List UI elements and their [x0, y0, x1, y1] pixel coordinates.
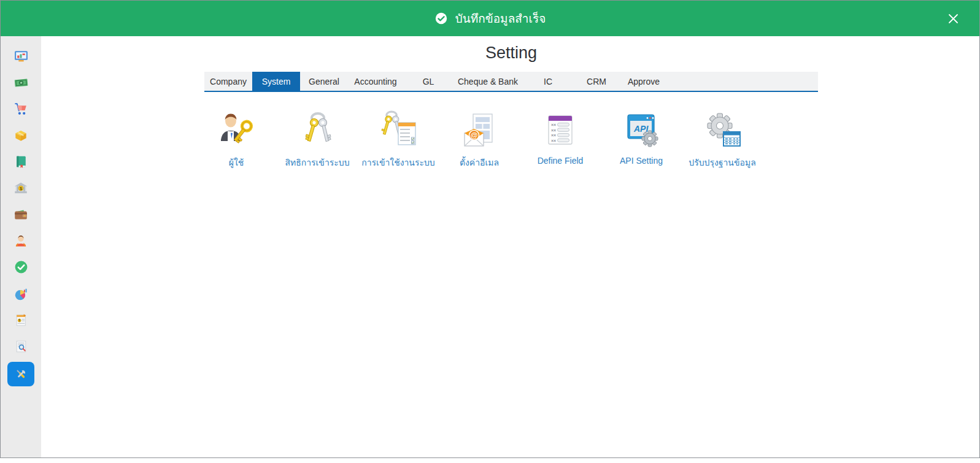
invoice-icon: $	[14, 312, 29, 327]
sidebar-item-customer[interactable]	[1, 228, 41, 254]
setting-item-users[interactable]: ผู้ใช้	[196, 110, 277, 169]
svg-text:@: @	[471, 131, 478, 140]
email-document-icon: @	[460, 110, 499, 150]
tab-bar: Company System General Accounting GL Che…	[204, 72, 818, 92]
svg-text:××: ××	[551, 139, 556, 143]
tab-crm[interactable]: CRM	[574, 72, 619, 91]
tab-approve[interactable]: Approve	[619, 72, 668, 91]
user-key-icon	[217, 110, 256, 150]
sidebar-item-bank[interactable]: $	[1, 175, 41, 201]
sidebar-active-highlight	[7, 362, 34, 386]
tab-gl[interactable]: GL	[403, 72, 453, 91]
api-icon-text: API	[633, 124, 649, 134]
package-box-icon	[13, 128, 29, 143]
document-search-icon	[14, 339, 29, 354]
setting-item-define-field[interactable]: ×××× ×××× Define Field	[520, 110, 601, 169]
ledger-book-icon	[14, 154, 29, 169]
setting-item-api-setting[interactable]: API	[601, 110, 682, 169]
sidebar: $	[1, 36, 41, 457]
sidebar-item-approve[interactable]	[1, 254, 41, 280]
banknote-icon	[14, 75, 29, 90]
svg-text:××: ××	[551, 128, 556, 132]
gear-database-icon	[703, 110, 742, 150]
setting-item-label: Define Field	[520, 156, 601, 166]
page-title: Setting	[204, 44, 818, 63]
dashboard-monitor-icon	[14, 48, 29, 64]
setting-item-label: สิทธิการเข้าระบบ	[277, 156, 358, 169]
shopping-cart-icon	[14, 101, 29, 117]
sidebar-item-ledger[interactable]	[1, 148, 41, 175]
sidebar-item-audit[interactable]	[1, 333, 41, 359]
two-keys-icon	[298, 110, 337, 150]
main-content: Setting Company System General Accountin…	[41, 36, 979, 457]
bank-icon: $	[13, 180, 29, 196]
svg-text:××: ××	[551, 123, 556, 127]
tab-cheque-bank[interactable]: Cheque & Bank	[453, 72, 522, 91]
sidebar-item-dashboard[interactable]	[1, 43, 41, 69]
tab-company[interactable]: Company	[204, 72, 252, 91]
notification-bar: บันทึกข้อมูลสำเร็จ	[1, 1, 979, 36]
keys-checklist-icon	[379, 110, 418, 150]
setting-item-system-access[interactable]: การเข้าใช้งานระบบ	[358, 110, 439, 169]
setting-item-label: API Setting	[601, 156, 682, 166]
pie-chart-icon	[13, 286, 29, 302]
sidebar-item-inventory[interactable]	[1, 122, 41, 148]
define-field-table-icon: ×××× ××××	[541, 110, 580, 150]
approve-check-icon	[14, 259, 29, 275]
svg-text:××: ××	[551, 133, 556, 137]
setting-item-access-rights[interactable]: สิทธิการเข้าระบบ	[277, 110, 358, 169]
svg-text:$: $	[18, 319, 20, 322]
tools-icon	[14, 367, 28, 381]
tab-system[interactable]: System	[252, 72, 300, 91]
setting-items-grid: ผู้ใช้	[196, 110, 818, 169]
sidebar-item-purchase[interactable]	[1, 96, 41, 122]
sidebar-item-billing[interactable]: $	[1, 307, 41, 333]
notification-message: บันทึกข้อมูลสำเร็จ	[455, 9, 546, 28]
tab-general[interactable]: General	[300, 72, 348, 91]
sidebar-item-wallet[interactable]	[1, 201, 41, 228]
setting-item-label: การเข้าใช้งานระบบ	[358, 156, 439, 169]
tab-ic[interactable]: IC	[522, 72, 574, 91]
setting-item-label: ผู้ใช้	[196, 156, 277, 169]
check-circle-icon	[434, 12, 448, 25]
setting-item-email[interactable]: @ ตั้งค่าอีเมล	[439, 110, 520, 169]
app-window: บันทึกข้อมูลสำเร็จ	[0, 0, 980, 458]
person-icon	[13, 233, 29, 249]
sidebar-item-money[interactable]	[1, 69, 41, 96]
api-window-gear-icon: API	[622, 110, 661, 150]
sidebar-item-settings[interactable]	[1, 359, 41, 388]
svg-text:$: $	[20, 185, 22, 191]
setting-item-label: ตั้งค่าอีเมล	[439, 156, 520, 169]
sidebar-item-analysis[interactable]	[1, 280, 41, 307]
setting-item-label: ปรับปรุงฐานข้อมูล	[682, 156, 763, 169]
wallet-icon	[13, 207, 29, 223]
tab-accounting[interactable]: Accounting	[348, 72, 403, 91]
close-icon[interactable]	[948, 13, 959, 24]
setting-item-database-update[interactable]: ปรับปรุงฐานข้อมูล	[682, 110, 763, 169]
